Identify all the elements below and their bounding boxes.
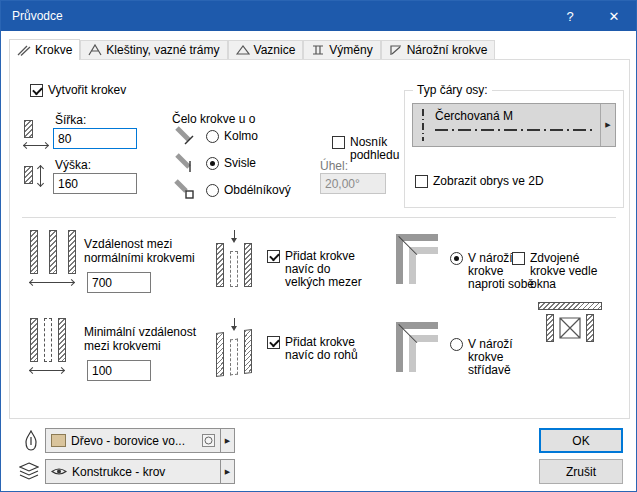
ok-button[interactable]: OK bbox=[539, 428, 623, 453]
radio-dot[interactable] bbox=[450, 252, 463, 265]
hip-alternate-radio[interactable]: V nároží krokve střídavě bbox=[450, 338, 540, 377]
spacing-input[interactable] bbox=[87, 272, 151, 293]
window-title: Průvodce bbox=[1, 9, 548, 23]
radio-dot[interactable] bbox=[206, 130, 219, 143]
hip-opposite-icon bbox=[394, 230, 442, 288]
dropdown-arrow-icon[interactable]: ▶ bbox=[220, 429, 234, 452]
radio-label: V nároží krokve střídavě bbox=[468, 338, 540, 377]
close-button[interactable]: ✕ bbox=[592, 1, 636, 31]
double-rafter-window-icon bbox=[538, 302, 602, 342]
vertical-cut-icon bbox=[173, 151, 195, 176]
width-input[interactable] bbox=[53, 128, 137, 149]
purlins-tab-icon bbox=[236, 44, 250, 56]
checkbox-label: Přidat krokve navíc do velkých mezer bbox=[285, 250, 373, 289]
min-spacing-label: Minimální vzdálenost mezi krokvemi bbox=[84, 325, 206, 353]
line-type-dropdown[interactable]: Čerchovaná M ▶ bbox=[412, 103, 616, 147]
create-rafter-checkbox[interactable]: Vytvořit krokev bbox=[30, 84, 126, 97]
line-type-groupbox: Typ čáry osy: Čerchovaná M ▶ Zobrazit ob… bbox=[404, 90, 624, 208]
checkbox-label: Vytvořit krokev bbox=[48, 84, 126, 97]
radio-label: Svisle bbox=[224, 157, 256, 170]
tab-label: Kleštiny, vazné trámy bbox=[106, 43, 219, 57]
height-label: Výška: bbox=[55, 158, 91, 172]
rafter-spacing-icon bbox=[30, 230, 76, 287]
checkbox-box[interactable] bbox=[267, 250, 280, 263]
radio-kolmo[interactable]: Kolmo bbox=[206, 130, 258, 143]
checkbox-label: Zobrazit obrys ve 2D bbox=[433, 175, 544, 188]
material-pen-icon bbox=[23, 430, 39, 455]
help-button[interactable]: ? bbox=[548, 1, 592, 31]
tab-label: Vaznice bbox=[254, 43, 296, 57]
min-spacing-icon bbox=[30, 318, 66, 375]
dropdown-arrow-icon[interactable]: ▶ bbox=[220, 460, 234, 483]
wizard-dialog: Průvodce ? ✕ Krokve Kleštiny, vazné trám… bbox=[0, 0, 637, 492]
layers-icon bbox=[19, 462, 39, 484]
collar-beams-tab-icon bbox=[88, 44, 102, 56]
window-glyph bbox=[558, 316, 582, 340]
checkbox-label: Zdvojené krokve vedle okna bbox=[530, 252, 604, 291]
cancel-button[interactable]: Zrušit bbox=[539, 459, 623, 484]
checkbox-label: Přidat krokve navíc do rohů bbox=[285, 336, 373, 362]
section-divider bbox=[22, 217, 616, 218]
radio-obdelnikovy[interactable]: Obdélníkový bbox=[206, 184, 291, 197]
radio-svisle[interactable]: Svisle bbox=[206, 157, 256, 170]
tab-vaznice[interactable]: Vaznice bbox=[228, 40, 304, 59]
add-gaps-checkbox[interactable]: Přidat krokve navíc do velkých mezer bbox=[267, 250, 373, 289]
line-type-group-label: Typ čáry osy: bbox=[413, 83, 492, 97]
material-value: Dřevo - borovice vo... bbox=[71, 434, 197, 448]
horizontal-dimension-arrow bbox=[24, 142, 48, 150]
material-dropdown[interactable]: Dřevo - borovice vo... ▶ bbox=[45, 428, 235, 453]
spacing-label: Vzdálenost mezi normálními krokvemi bbox=[84, 237, 206, 265]
radio-label: Kolmo bbox=[224, 130, 258, 143]
layer-value: Konstrukce - krov bbox=[72, 465, 215, 479]
dimension-arrow bbox=[30, 367, 64, 375]
rafters-tab-page: Vytvořit krokev Šířka: Výška: Čelo krokv… bbox=[9, 59, 630, 419]
perpendicular-cut-icon bbox=[173, 124, 195, 149]
layer-dropdown[interactable]: Konstrukce - krov ▶ bbox=[45, 459, 235, 484]
vertical-dimension-arrow bbox=[37, 166, 45, 186]
tab-narozni-krokve[interactable]: Nárožní krokve bbox=[381, 40, 496, 59]
material-color-swatch bbox=[51, 434, 66, 447]
double-window-checkbox[interactable]: Zdvojené krokve vedle okna bbox=[512, 252, 604, 291]
add-corners-checkbox[interactable]: Přidat krokve navíc do rohů bbox=[267, 336, 373, 362]
show-outline-2d-checkbox[interactable]: Zobrazit obrys ve 2D bbox=[415, 175, 544, 188]
hatched-bar bbox=[24, 120, 33, 138]
angle-input bbox=[320, 173, 386, 194]
width-icon bbox=[24, 120, 48, 150]
checkbox-box[interactable] bbox=[512, 252, 525, 265]
hip-alternate-icon bbox=[394, 318, 442, 376]
line-type-horizontal-sample bbox=[435, 129, 596, 131]
tab-label: Nárožní krokve bbox=[407, 43, 488, 57]
dropdown-arrow-icon[interactable]: ▶ bbox=[600, 104, 615, 146]
tab-krokve[interactable]: Krokve bbox=[9, 39, 80, 60]
checkbox-box[interactable] bbox=[415, 175, 428, 188]
material-texture-icon[interactable] bbox=[202, 434, 215, 447]
checkbox-box[interactable] bbox=[30, 84, 43, 97]
radio-dot[interactable] bbox=[206, 157, 219, 170]
hip-rafters-tab-icon bbox=[389, 44, 403, 56]
checkbox-label: Nosník podhledu bbox=[350, 136, 410, 162]
tab-vymeny[interactable]: Výměny bbox=[303, 40, 380, 59]
trimmers-tab-icon bbox=[311, 44, 325, 56]
radio-label: Obdélníkový bbox=[224, 184, 291, 197]
tab-klestiny[interactable]: Kleštiny, vazné trámy bbox=[80, 40, 227, 59]
rafters-tab-icon bbox=[17, 44, 31, 56]
checkbox-box[interactable] bbox=[267, 336, 280, 349]
title-bar: Průvodce ? ✕ bbox=[1, 1, 636, 31]
checkbox-box[interactable] bbox=[332, 136, 345, 149]
line-type-preview: Čerchovaná M bbox=[433, 104, 600, 146]
line-type-value: Čerchovaná M bbox=[435, 109, 513, 123]
radio-dot[interactable] bbox=[450, 338, 463, 351]
radio-dot[interactable] bbox=[206, 184, 219, 197]
tab-label: Výměny bbox=[329, 43, 372, 57]
hatched-bar bbox=[24, 166, 33, 184]
tab-label: Krokve bbox=[35, 43, 72, 57]
min-spacing-input[interactable] bbox=[87, 360, 151, 381]
line-type-vertical-sample bbox=[413, 104, 433, 146]
eye-icon[interactable] bbox=[51, 466, 67, 477]
height-input[interactable] bbox=[53, 173, 137, 194]
height-icon bbox=[24, 166, 45, 186]
dimension-arrow bbox=[30, 279, 74, 287]
rectangular-cut-icon bbox=[173, 178, 195, 203]
add-rafter-corner-icon bbox=[216, 318, 252, 375]
add-rafter-gap-icon bbox=[216, 230, 252, 287]
